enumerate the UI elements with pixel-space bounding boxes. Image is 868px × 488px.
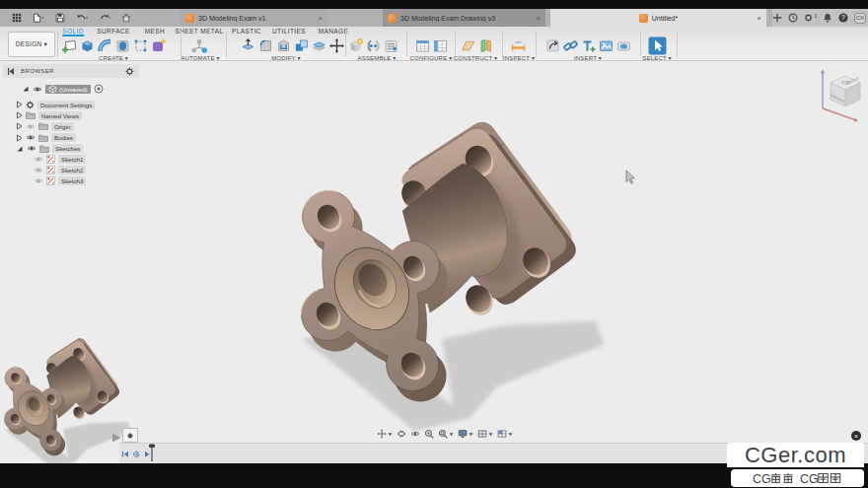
eye-icon[interactable] (26, 134, 36, 141)
as-built-joint-icon[interactable] (383, 37, 399, 54)
settings-icon[interactable]: 1 (804, 13, 817, 23)
eye-dim-icon[interactable] (34, 167, 43, 174)
insert-text-icon[interactable] (580, 37, 597, 54)
insert-decal-icon[interactable] (615, 37, 632, 54)
expand-arrow-icon[interactable] (16, 122, 23, 130)
offset-face-icon[interactable] (311, 37, 327, 54)
eye-icon[interactable] (27, 145, 36, 152)
undo-icon[interactable] (76, 13, 88, 23)
new-component-icon[interactable] (347, 37, 364, 54)
viewport[interactable] (0, 61, 868, 463)
group-configure-label[interactable]: CONFIGURE ▾ (410, 54, 453, 61)
derive-icon[interactable] (544, 37, 561, 54)
configuration-table-icon[interactable] (414, 37, 431, 54)
display-settings-icon[interactable] (458, 429, 473, 439)
expand-arrow-icon[interactable] (16, 101, 23, 108)
browser-collapse-icon[interactable] (7, 67, 16, 76)
collapse-arrow-icon[interactable] (16, 145, 24, 153)
group-insert-label[interactable]: INSERT ▾ (574, 54, 602, 61)
shell-icon[interactable] (275, 37, 292, 54)
browser-item-label[interactable]: Document Settings (37, 101, 95, 109)
group-automate-label[interactable]: AUTOMATE ▾ (181, 54, 219, 61)
workspace-selector[interactable]: DESIGN ▾ (8, 32, 55, 57)
eye-dim-icon[interactable] (26, 123, 36, 130)
timeline-settings-button[interactable] (122, 428, 138, 443)
browser-item-label[interactable]: Bodies (51, 133, 76, 142)
browser-item-label[interactable]: Named Views (38, 111, 82, 120)
eye-icon[interactable] (33, 86, 42, 93)
folder-icon[interactable] (38, 134, 48, 142)
revolve-icon[interactable] (114, 37, 131, 54)
save-icon[interactable] (55, 13, 65, 23)
construction-plane-icon[interactable] (460, 37, 476, 54)
viewports-icon[interactable] (497, 429, 513, 439)
joint-icon[interactable] (365, 37, 382, 54)
configuration-sheet-icon[interactable] (432, 37, 449, 54)
browser-row[interactable]: Origin (16, 121, 74, 131)
group-construct-label[interactable]: CONSTRUCT ▾ (454, 54, 497, 61)
tab-close-icon[interactable]: × (536, 14, 541, 23)
measure-icon[interactable] (510, 37, 527, 54)
browser-item-label[interactable]: Sketches (52, 144, 83, 153)
grid-settings-icon[interactable] (477, 429, 493, 439)
browser-item-label[interactable]: Sketch1 (58, 155, 86, 164)
create-sketch-icon[interactable] (61, 37, 78, 54)
tab-close-icon[interactable]: × (757, 14, 761, 23)
redo-icon[interactable] (99, 13, 110, 23)
pan-icon[interactable] (377, 429, 393, 439)
browser-row[interactable]: Sketch3 (34, 176, 86, 186)
expand-arrow-icon[interactable] (16, 134, 23, 142)
job-status-icon[interactable] (788, 13, 798, 23)
create-form-icon[interactable] (132, 37, 149, 54)
folder-icon[interactable] (39, 145, 49, 153)
browser-panel-header[interactable]: BROWSER (3, 64, 139, 78)
combine-icon[interactable] (293, 37, 310, 54)
sketch-icon[interactable] (46, 155, 55, 164)
user-avatar[interactable]: CK (854, 13, 866, 24)
sweep-icon[interactable] (97, 37, 113, 54)
extensions-icon[interactable] (772, 13, 782, 23)
move-copy-icon[interactable] (328, 37, 345, 54)
sketch-icon[interactable] (46, 166, 55, 174)
notifications-icon[interactable] (823, 13, 832, 23)
extrude-icon[interactable] (79, 37, 96, 54)
fit-icon[interactable] (438, 429, 454, 439)
browser-row[interactable]: (Unsaved) (22, 84, 104, 94)
gear-icon[interactable] (26, 101, 35, 109)
go-to-start-icon[interactable] (121, 450, 129, 458)
step-back-icon[interactable] (132, 450, 140, 458)
tab-close-icon[interactable]: × (318, 14, 323, 23)
group-inspect-label[interactable]: INSPECT ▾ (503, 54, 535, 61)
group-modify-label[interactable]: MODIFY ▾ (271, 54, 301, 61)
home-icon[interactable] (121, 13, 131, 23)
activate-icon[interactable] (94, 84, 104, 94)
folder-icon[interactable] (38, 122, 48, 130)
view-cube[interactable]: TOP FRONT RIGHT (801, 59, 868, 140)
document-tab-1[interactable]: 3D Modeling Exam v1× (181, 9, 327, 27)
insert-canvas-icon[interactable] (598, 37, 615, 54)
browser-item-label[interactable]: Origin (51, 122, 74, 131)
select-icon[interactable] (648, 36, 667, 55)
timeline-playhead[interactable] (146, 444, 158, 462)
apps-grid-icon[interactable] (12, 13, 22, 23)
group-select-label[interactable]: SELECT ▾ (642, 54, 672, 61)
zoom-icon[interactable] (424, 429, 434, 439)
folder-icon[interactable] (26, 111, 36, 119)
insert-link-icon[interactable] (562, 37, 579, 54)
eye-dim-icon[interactable] (34, 156, 43, 163)
browser-row[interactable]: Sketch2 (34, 166, 86, 175)
construction-axis-icon[interactable] (477, 37, 494, 54)
browser-item-label[interactable]: Sketch2 (58, 166, 86, 174)
base-feature-icon[interactable] (150, 37, 167, 54)
eye-dim-icon[interactable] (34, 177, 43, 184)
browser-item-label[interactable]: Sketch3 (58, 176, 86, 185)
document-tab-2[interactable]: 3D Modeling Exam Drawing v3× (383, 9, 545, 27)
press-pull-icon[interactable] (240, 37, 256, 54)
look-at-icon[interactable] (410, 429, 420, 439)
group-assemble-label[interactable]: ASSEMBLE ▾ (357, 54, 396, 61)
file-icon[interactable] (33, 13, 44, 23)
expand-arrow-icon[interactable] (16, 111, 23, 119)
browser-gear-icon[interactable] (125, 67, 134, 76)
browser-row[interactable]: Sketch1 (34, 155, 86, 165)
browser-row[interactable]: Bodies (16, 133, 76, 143)
